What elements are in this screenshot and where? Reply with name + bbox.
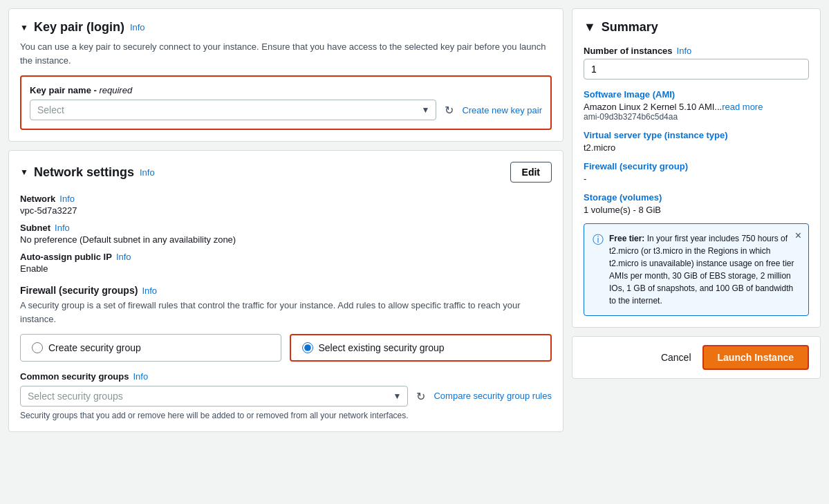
ami-section: Software Image (AMI) Amazon Linux 2 Kern… [584, 89, 809, 122]
network-field-group: Network Info vpc-5d7a3227 [20, 194, 552, 216]
firewall-summary-value: - [584, 174, 809, 184]
keypair-triangle: ▼ [20, 23, 28, 32]
create-sg-label: Create security group [48, 342, 141, 353]
create-key-pair-link[interactable]: Create new key pair [462, 105, 542, 115]
select-existing-sg-radio[interactable] [302, 342, 313, 353]
keypair-select-row: Select ▼ ↻ Create new key pair [30, 100, 542, 120]
keypair-info-link[interactable]: Info [130, 22, 145, 32]
security-group-radio-group: Create security group Select existing se… [20, 334, 552, 362]
keypair-title: ▼ Key pair (login) Info [20, 20, 552, 35]
instance-type-title: Virtual server type (instance type) [584, 130, 809, 140]
keypair-description: You can use a key pair to securely conne… [20, 40, 552, 67]
keypair-select[interactable]: Select [30, 100, 436, 120]
firewall-summary-title: Firewall (security group) [584, 161, 809, 171]
bottom-actions: Cancel Launch Instance [572, 336, 821, 379]
keypair-field-label: Key pair name - required [30, 85, 542, 95]
firewall-summary-section: Firewall (security group) - [584, 161, 809, 184]
ami-sub: ami-09d3b3274b6c5d4aa [584, 112, 809, 122]
num-instances-label: Number of instances Info [584, 46, 809, 56]
select-existing-sg-label: Select existing security group [319, 342, 445, 353]
network-field-info[interactable]: Info [59, 194, 75, 204]
free-tier-icon: ⓘ [593, 233, 604, 307]
launch-instance-button[interactable]: Launch Instance [702, 345, 809, 370]
storage-section: Storage (volumes) 1 volume(s) - 8 GiB [584, 192, 809, 215]
common-sg-label: Common security groups Info [20, 371, 552, 382]
network-triangle: ▼ [20, 167, 28, 177]
summary-title-text: Summary [602, 20, 658, 35]
num-instances-info[interactable]: Info [677, 46, 692, 56]
storage-title: Storage (volumes) [584, 192, 809, 203]
ami-title: Software Image (AMI) [584, 89, 809, 100]
free-tier-box: × ⓘ Free tier: In your first year includ… [584, 223, 809, 316]
subnet-field-group: Subnet Info No preference (Default subne… [20, 223, 552, 245]
num-instances-input[interactable] [584, 59, 809, 80]
sg-refresh-button[interactable]: ↻ [413, 387, 428, 406]
auto-assign-value: Enable [20, 263, 552, 274]
create-sg-option[interactable]: Create security group [20, 334, 281, 362]
ami-read-more[interactable]: read more [722, 102, 763, 112]
free-tier-content: ⓘ Free tier: In your first year includes… [593, 232, 800, 307]
sg-select-wrapper: Select security groups ▼ [20, 386, 408, 407]
create-sg-radio[interactable] [32, 342, 43, 353]
instance-type-value: t2.micro [584, 142, 809, 153]
subnet-value: No preference (Default subnet in any ava… [20, 234, 552, 245]
network-info-link[interactable]: Info [140, 167, 155, 178]
firewall-section: Firewall (security groups) Info A securi… [20, 285, 552, 420]
network-title: ▼ Network settings Info [20, 165, 155, 180]
compare-sg-rules-link[interactable]: Compare security group rules [434, 391, 552, 402]
network-value: vpc-5d7a3227 [20, 205, 552, 216]
common-sg-info[interactable]: Info [133, 371, 148, 382]
cancel-button[interactable]: Cancel [661, 352, 691, 363]
auto-assign-field-group: Auto-assign public IP Info Enable [20, 252, 552, 274]
keypair-box: Key pair name - required Select ▼ ↻ Crea… [20, 75, 552, 130]
storage-value: 1 volume(s) - 8 GiB [584, 205, 809, 215]
auto-assign-info[interactable]: Info [116, 252, 131, 262]
network-title-text: Network settings [34, 165, 134, 180]
firewall-label: Firewall (security groups) Info [20, 285, 552, 296]
free-tier-text: Free tier: In your first year includes 7… [609, 232, 800, 307]
sg-select-row: Select security groups ▼ ↻ Compare secur… [20, 386, 552, 407]
summary-title: ▼ Summary [584, 20, 809, 35]
network-label: Network Info [20, 194, 552, 204]
network-fields: Network Info vpc-5d7a3227 Subnet Info No… [20, 194, 552, 274]
keypair-refresh-button[interactable]: ↻ [442, 101, 456, 120]
auto-assign-label: Auto-assign public IP Info [20, 252, 552, 262]
sg-select[interactable]: Select security groups [20, 386, 408, 407]
network-header: ▼ Network settings Info Edit [20, 162, 552, 183]
summary-card: ▼ Summary Number of instances Info Softw… [572, 8, 821, 328]
select-existing-sg-option[interactable]: Select existing security group [290, 334, 552, 362]
network-section: ▼ Network settings Info Edit Network Inf… [8, 150, 563, 432]
sg-note: Security groups that you add or remove h… [20, 411, 552, 420]
subnet-label: Subnet Info [20, 223, 552, 233]
network-edit-button[interactable]: Edit [510, 162, 552, 183]
keypair-section: ▼ Key pair (login) Info You can use a ke… [8, 8, 563, 142]
firewall-desc: A security group is a set of firewall ru… [20, 299, 552, 326]
summary-triangle: ▼ [584, 20, 596, 35]
instance-type-section: Virtual server type (instance type) t2.m… [584, 130, 809, 153]
firewall-info[interactable]: Info [142, 286, 157, 296]
free-tier-close-button[interactable]: × [795, 230, 801, 242]
subnet-info[interactable]: Info [55, 223, 70, 233]
keypair-select-wrapper: Select ▼ [30, 100, 436, 120]
ami-value: Amazon Linux 2 Kernel 5.10 AMI...read mo… [584, 102, 809, 112]
keypair-title-text: Key pair (login) [34, 20, 124, 35]
